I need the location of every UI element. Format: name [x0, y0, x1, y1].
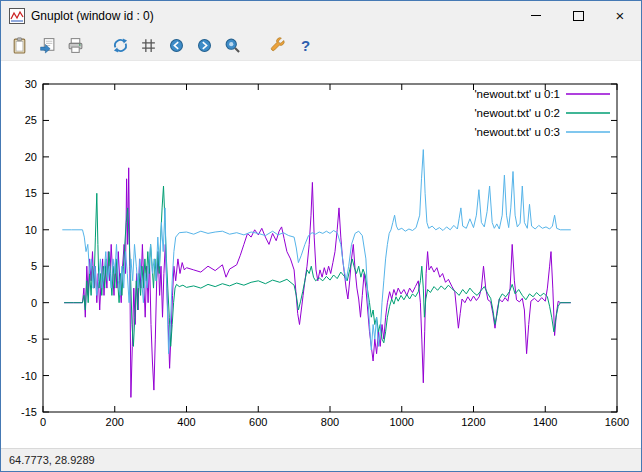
legend-label: 'newout.txt' u 0:2 [474, 107, 560, 119]
zoom-previous-icon [168, 37, 185, 54]
wrench-icon [269, 37, 286, 54]
toolbar: ? [1, 30, 641, 61]
help-icon: ? [301, 37, 310, 54]
series-line [65, 168, 571, 398]
plot-area[interactable]: 02004006008001000120014001600-15-10-5051… [1, 61, 641, 448]
titlebar[interactable]: Gnuplot (window id : 0) × [1, 1, 641, 30]
window-controls: × [515, 1, 641, 30]
window-title: Gnuplot (window id : 0) [31, 9, 515, 23]
zoom-reset-icon [224, 37, 241, 54]
clipboard-icon [11, 37, 28, 54]
gnuplot-app-icon [9, 8, 25, 24]
statusbar: 64.7773, 28.9289 [1, 448, 641, 471]
gnuplot-window: Gnuplot (window id : 0) × [0, 0, 642, 472]
x-tick-label: 1200 [461, 416, 485, 428]
y-tick-label: -5 [27, 333, 37, 345]
y-tick-label: -15 [21, 406, 37, 418]
minimize-icon [531, 15, 541, 16]
close-button[interactable]: × [599, 1, 641, 30]
y-tick-label: 5 [31, 260, 37, 272]
maximize-icon [573, 11, 584, 21]
zoom-next-icon [196, 37, 213, 54]
y-tick-label: 10 [25, 224, 37, 236]
help-button[interactable]: ? [293, 33, 318, 57]
configure-button[interactable] [265, 33, 290, 57]
legend-label: 'newout.txt' u 0:1 [474, 88, 560, 100]
plot-canvas[interactable]: 02004006008001000120014001600-15-10-5051… [1, 61, 641, 450]
copy-to-clipboard-button[interactable] [7, 33, 32, 57]
legend-label: 'newout.txt' u 0:3 [474, 126, 560, 138]
y-tick-label: -10 [21, 370, 37, 382]
grid-icon [140, 37, 157, 54]
y-tick-label: 15 [25, 187, 37, 199]
x-tick-label: 200 [106, 416, 124, 428]
replot-button[interactable] [108, 33, 133, 57]
minimize-button[interactable] [515, 1, 557, 30]
maximize-button[interactable] [557, 1, 599, 30]
x-tick-label: 0 [40, 416, 46, 428]
toggle-grid-button[interactable] [136, 33, 161, 57]
y-tick-label: 25 [25, 114, 37, 126]
zoom-previous-button[interactable] [164, 33, 189, 57]
x-tick-label: 1000 [390, 416, 414, 428]
x-tick-label: 1400 [533, 416, 557, 428]
zoom-reset-button[interactable] [220, 33, 245, 57]
export-plot-button[interactable] [35, 33, 60, 57]
refresh-icon [112, 37, 129, 54]
zoom-next-button[interactable] [192, 33, 217, 57]
x-tick-label: 1600 [605, 416, 629, 428]
x-tick-label: 400 [177, 416, 195, 428]
print-button[interactable] [63, 33, 88, 57]
y-tick-label: 0 [31, 297, 37, 309]
y-tick-label: 20 [25, 151, 37, 163]
printer-icon [67, 37, 84, 54]
status-coordinates: 64.7773, 28.9289 [9, 454, 95, 466]
x-tick-label: 800 [321, 416, 339, 428]
x-tick-label: 600 [249, 416, 267, 428]
close-icon: × [616, 8, 625, 23]
y-tick-label: 30 [25, 78, 37, 90]
export-icon [39, 37, 56, 54]
